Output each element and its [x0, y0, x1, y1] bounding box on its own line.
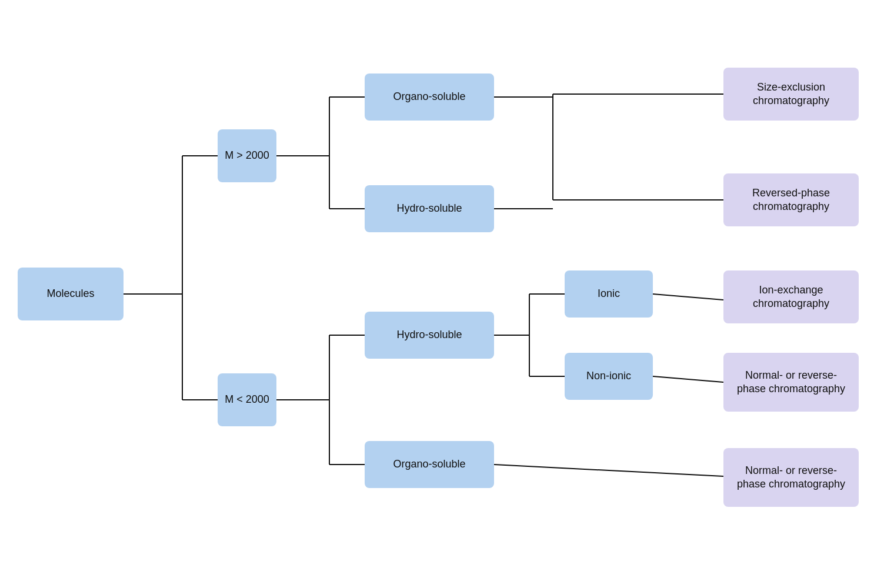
node-hydro-bottom: Hydro-soluble	[365, 312, 494, 359]
diagram: Molecules M > 2000 M < 2000 Organo-solub…	[0, 0, 874, 588]
node-organo-bottom: Organo-soluble	[365, 441, 494, 488]
node-ionic: Ionic	[565, 270, 653, 318]
node-organo-top: Organo-soluble	[365, 74, 494, 121]
node-m-gt-2000: M > 2000	[218, 129, 276, 182]
node-nonionic: Non-ionic	[565, 353, 653, 400]
node-hydro-top: Hydro-soluble	[365, 185, 494, 232]
node-m-lt-2000: M < 2000	[218, 373, 276, 426]
node-molecules: Molecules	[18, 268, 124, 320]
node-ion-exchange: Ion-exchange chromatography	[723, 270, 859, 323]
svg-line-28	[653, 376, 723, 382]
svg-line-29	[494, 465, 723, 476]
svg-line-27	[653, 294, 723, 300]
node-normal-reverse-1: Normal- or reverse- phase chromatography	[723, 353, 859, 412]
node-reversed-phase: Reversed-phase chromatography	[723, 173, 859, 226]
node-size-exclusion: Size-exclusion chromatography	[723, 68, 859, 121]
node-normal-reverse-2: Normal- or reverse- phase chromatography	[723, 448, 859, 507]
